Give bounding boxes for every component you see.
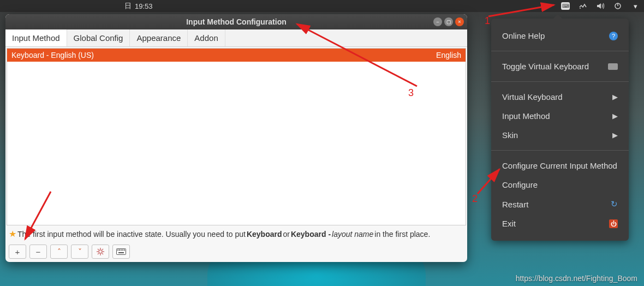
keyboard-icon	[608, 63, 618, 70]
power-icon[interactable]	[613, 2, 622, 10]
help-icon: ?	[609, 32, 618, 40]
list-toolbar: + − ˄ ˅	[5, 241, 467, 262]
svg-line-11	[488, 5, 554, 16]
tab-addon[interactable]: Addon	[188, 29, 225, 46]
gear-icon	[96, 247, 105, 256]
tab-global-config[interactable]: Global Config	[67, 29, 130, 46]
watermark: https://blog.csdn.net/Fighting_Boom	[516, 274, 637, 283]
chevron-right-icon: ▶	[612, 112, 618, 120]
menu-skin[interactable]: Skin ▶	[491, 126, 629, 145]
annotation-number-3: 3	[408, 87, 414, 99]
menu-input-method[interactable]: Input Method ▶	[491, 106, 629, 126]
menu-configure-current[interactable]: Configure Current Input Method	[491, 156, 629, 175]
add-button[interactable]: +	[9, 245, 26, 259]
chevron-right-icon: ▶	[612, 93, 618, 101]
menu-separator	[491, 51, 629, 51]
remove-button[interactable]: −	[29, 245, 47, 259]
network-icon[interactable]	[579, 2, 587, 10]
svg-rect-10	[118, 252, 124, 253]
maximize-button[interactable]: ▢	[444, 17, 453, 26]
tab-appearance[interactable]: Appearance	[130, 29, 188, 46]
menu-toggle-virtual-keyboard[interactable]: Toggle Virtual Keyboard	[491, 57, 629, 76]
annotation-number-1: 1	[485, 15, 490, 27]
hint-keyboard-layout: Keyboard -	[291, 230, 331, 239]
hint-keyboard: Keyboard	[247, 230, 282, 239]
volume-icon[interactable]	[596, 2, 605, 10]
hint-text-mid: or	[283, 230, 289, 239]
hint-bar: ★ The first input method will be inactiv…	[5, 227, 467, 241]
svg-point-3	[99, 250, 102, 253]
annotation-number-2: 2	[472, 193, 478, 205]
svg-rect-6	[119, 249, 120, 251]
menu-virtual-keyboard[interactable]: Virtual Keyboard ▶	[491, 87, 629, 106]
calendar-day: 日	[124, 1, 132, 11]
menu-label: Exit	[502, 219, 516, 228]
power-icon: ⏻	[609, 219, 618, 228]
menu-label: Input Method	[502, 111, 550, 121]
svg-line-14	[25, 192, 51, 239]
menu-label: Virtual Keyboard	[502, 92, 563, 102]
configure-button[interactable]	[92, 245, 109, 259]
star-icon: ★	[9, 229, 16, 239]
svg-rect-9	[124, 249, 125, 251]
menu-configure[interactable]: Configure	[491, 175, 629, 194]
svg-line-12	[478, 169, 499, 194]
menu-restart[interactable]: Restart ↻	[491, 194, 629, 214]
svg-point-0	[580, 8, 581, 9]
annotation-arrow-2	[475, 166, 508, 201]
menu-label: Skin	[502, 130, 518, 140]
window-controls: – ▢ ×	[433, 17, 464, 26]
menu-label: Online Help	[502, 31, 545, 40]
tab-input-method[interactable]: Input Method	[5, 29, 67, 46]
close-button[interactable]: ×	[455, 17, 464, 26]
menu-online-help[interactable]: Online Help ?	[491, 26, 629, 45]
keyboard-layout-button[interactable]	[112, 245, 130, 259]
hint-layout-name: layout name	[332, 230, 373, 239]
move-down-button[interactable]: ˅	[71, 245, 88, 259]
minimize-button[interactable]: –	[433, 17, 442, 26]
svg-rect-5	[117, 249, 118, 251]
svg-rect-8	[122, 249, 123, 251]
list-item-name: Keyboard - English (US)	[11, 51, 94, 59]
menu-separator	[491, 150, 629, 151]
menu-label: Toggle Virtual Keyboard	[502, 62, 589, 71]
move-up-button[interactable]: ˄	[50, 245, 68, 259]
svg-line-13	[297, 24, 417, 86]
keyboard-icon	[116, 248, 126, 255]
clock-area[interactable]: 日 19:53	[124, 1, 153, 11]
annotation-arrow-1	[488, 3, 565, 21]
annotation-arrow-3	[291, 21, 422, 94]
restart-icon: ↻	[611, 199, 618, 209]
chevron-right-icon: ▶	[612, 131, 618, 139]
fcitx-tray-menu: Online Help ? Toggle Virtual Keyboard Vi…	[491, 19, 629, 241]
svg-rect-7	[121, 249, 122, 251]
system-tray: ⌨ ▾	[561, 2, 640, 10]
menu-separator	[491, 81, 629, 82]
clock-time: 19:53	[135, 2, 153, 10]
menu-exit[interactable]: Exit ⏻	[491, 214, 629, 233]
hint-text-post: in the first place.	[374, 230, 430, 239]
annotation-arrow-toolbar	[21, 189, 59, 246]
list-item-lang: English	[436, 51, 461, 59]
menu-label: Configure Current Input Method	[502, 161, 617, 170]
chevron-down-icon[interactable]: ▾	[631, 2, 640, 10]
